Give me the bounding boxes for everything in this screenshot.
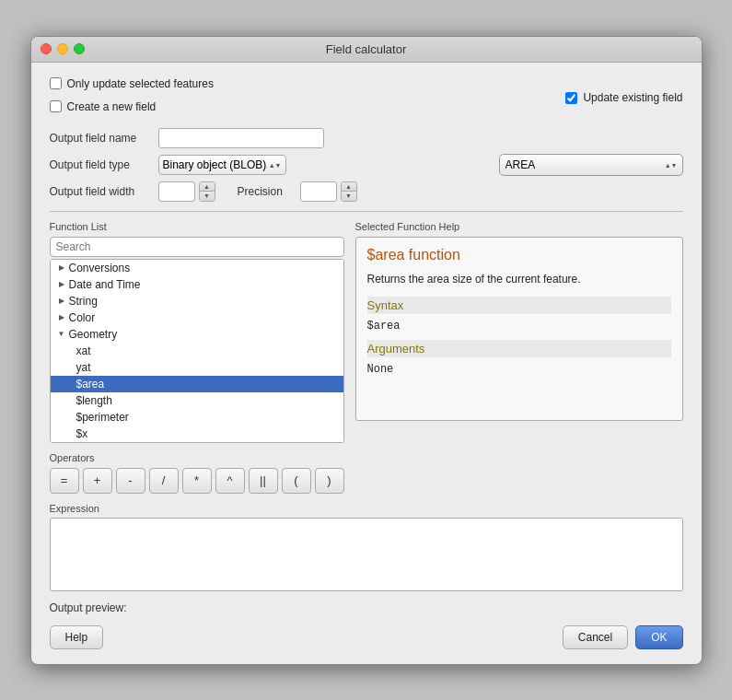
width-input-group: 0 ▲ ▼ — [158, 181, 215, 202]
maximize-button[interactable] — [74, 43, 85, 54]
help-panel-label: Selected Function Help — [355, 221, 683, 232]
top-section: Only update selected features Create a n… — [50, 77, 683, 119]
label-length: $length — [76, 394, 112, 407]
syntax-code: $area — [367, 320, 671, 332]
help-panel: Selected Function Help $area function Re… — [355, 221, 683, 443]
op-equals[interactable]: = — [50, 468, 79, 494]
label-geometry: Geometry — [69, 328, 118, 341]
list-item-area[interactable]: $area — [51, 376, 343, 392]
window-title: Field calculator — [326, 42, 406, 56]
create-new-label: Create a new field — [67, 100, 157, 113]
output-field-type-select[interactable]: Binary object (BLOB) — [158, 155, 286, 175]
label-date-and-time: Date and Time — [69, 278, 141, 291]
width-down-button[interactable]: ▼ — [200, 192, 215, 201]
help-description: Returns the area size of the current fea… — [367, 271, 671, 287]
field-calculator-window: Field calculator Only update selected fe… — [30, 36, 703, 665]
list-item-yat[interactable]: yat — [51, 359, 343, 376]
function-list-panel: Function List ▶ Conversions ▶ Date and T… — [50, 221, 344, 443]
list-item-color[interactable]: ▶ Color — [51, 309, 343, 326]
label-area: $area — [76, 378, 105, 391]
operators-label: Operators — [50, 452, 683, 463]
right-buttons: Cancel OK — [563, 625, 683, 649]
expression-textarea[interactable] — [50, 518, 683, 591]
help-title: $area function — [367, 247, 671, 263]
function-list[interactable]: ▶ Conversions ▶ Date and Time ▶ String — [50, 259, 344, 443]
list-item-date-and-time[interactable]: ▶ Date and Time — [51, 276, 343, 293]
op-divide[interactable]: / — [149, 468, 179, 494]
op-open-paren[interactable]: ( — [282, 468, 311, 494]
existing-field-select[interactable]: AREA — [499, 154, 683, 176]
output-preview: Output preview: — [50, 601, 683, 614]
help-button[interactable]: Help — [50, 625, 104, 649]
label-xat: xat — [76, 344, 91, 357]
output-field-name-input[interactable] — [158, 128, 324, 148]
existing-field-select-wrapper: AREA — [499, 154, 683, 176]
minimize-button[interactable] — [57, 43, 68, 54]
list-item-length[interactable]: $length — [51, 392, 343, 409]
ok-button[interactable]: OK — [635, 625, 682, 649]
op-minus[interactable]: - — [116, 468, 145, 494]
precision-up-button[interactable]: ▲ — [342, 182, 356, 192]
list-item-x[interactable]: $x — [51, 426, 343, 442]
list-item-geometry[interactable]: ▼ Geometry — [51, 326, 343, 343]
output-field-type-select-wrapper: Binary object (BLOB) — [158, 155, 286, 175]
arguments-section-label: Arguments — [367, 340, 671, 357]
arrow-geometry: ▼ — [56, 329, 67, 340]
op-close-paren[interactable]: ) — [315, 468, 344, 494]
label-conversions: Conversions — [69, 262, 131, 274]
width-stepper[interactable]: ▲ ▼ — [199, 181, 215, 202]
output-field-width-label: Output field width — [50, 185, 151, 198]
precision-stepper[interactable]: ▲ ▼ — [341, 181, 357, 202]
list-item-perimeter[interactable]: $perimeter — [51, 409, 343, 426]
expression-section: Expression — [50, 503, 683, 594]
main-content: Only update selected features Create a n… — [31, 63, 702, 664]
output-field-width-row: Output field width 0 ▲ ▼ Precision 0 ▲ ▼ — [50, 181, 683, 202]
divider — [50, 211, 683, 212]
list-item-y[interactable]: $y — [51, 442, 343, 443]
width-up-button[interactable]: ▲ — [200, 182, 215, 192]
create-new-row: Create a new field — [50, 100, 214, 113]
arrow-date-time: ▶ — [56, 279, 67, 290]
list-item-xat[interactable]: xat — [51, 343, 343, 359]
precision-label: Precision — [238, 185, 293, 198]
op-multiply[interactable]: * — [182, 468, 212, 494]
operators-buttons: = + - / * ^ || ( ) — [50, 468, 683, 494]
label-yat: yat — [76, 361, 91, 374]
arrow-conversions: ▶ — [56, 262, 67, 274]
create-new-checkbox[interactable] — [50, 100, 62, 112]
help-box: $area function Returns the area size of … — [355, 237, 683, 421]
precision-input-group: 0 ▲ ▼ — [300, 181, 357, 202]
precision-down-button[interactable]: ▼ — [342, 192, 356, 201]
bottom-buttons: Help Cancel OK — [50, 625, 683, 649]
output-field-name-label: Output field name — [50, 132, 151, 145]
arguments-value: None — [367, 363, 671, 376]
right-checkboxes: Update existing field — [565, 77, 682, 119]
update-existing-checkbox[interactable] — [565, 92, 577, 104]
arrow-string: ▶ — [56, 296, 67, 307]
arrow-color: ▶ — [56, 312, 67, 323]
op-concat[interactable]: || — [249, 468, 278, 494]
left-checkboxes: Only update selected features Create a n… — [50, 77, 214, 119]
label-perimeter: $perimeter — [76, 411, 129, 424]
op-caret[interactable]: ^ — [215, 468, 245, 494]
precision-input[interactable]: 0 — [300, 181, 337, 202]
cancel-button[interactable]: Cancel — [563, 625, 628, 649]
output-field-name-row: Output field name — [50, 128, 683, 148]
op-plus[interactable]: + — [83, 468, 112, 494]
only-update-checkbox[interactable] — [50, 77, 62, 89]
expression-label: Expression — [50, 503, 683, 514]
window-controls — [41, 43, 85, 54]
output-preview-label: Output preview: — [50, 601, 127, 614]
only-update-label: Only update selected features — [67, 77, 214, 90]
output-field-width-input[interactable]: 0 — [158, 181, 195, 202]
close-button[interactable] — [41, 43, 52, 54]
two-panels: Function List ▶ Conversions ▶ Date and T… — [50, 221, 683, 443]
list-item-conversions[interactable]: ▶ Conversions — [51, 260, 343, 276]
label-x: $x — [76, 427, 88, 440]
output-field-type-row: Output field type Binary object (BLOB) A… — [50, 154, 683, 176]
search-input[interactable] — [50, 237, 344, 257]
operators-section: Operators = + - / * ^ || ( ) — [50, 452, 683, 494]
label-string: String — [69, 295, 98, 308]
list-item-string[interactable]: ▶ String — [51, 293, 343, 309]
output-field-type-label: Output field type — [50, 158, 151, 171]
